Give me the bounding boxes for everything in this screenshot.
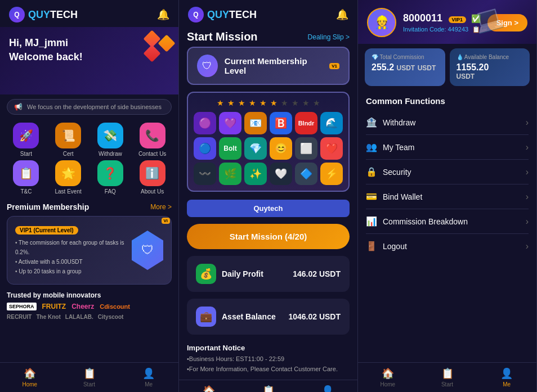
profile-top: 👷 8000011 VIP1 ✅ Invitation Code: 449243… (358, 0, 536, 44)
nav-start-2[interactable]: 📋 Start (239, 380, 298, 392)
team-arrow: › (526, 142, 529, 152)
mission-tab-bar: Quytech (187, 200, 350, 217)
common-functions-section: Common Functions 🏦 Withdraw › 👥 My Team … (358, 91, 536, 264)
notification-bell[interactable]: 🔔 (157, 8, 169, 21)
notification-bell-2[interactable]: 🔔 (336, 8, 348, 21)
tnc-label: T&C (20, 188, 32, 195)
tasks-info: • Up to 20 tasks in a group (15, 267, 132, 276)
withdraw-arrow: › (526, 118, 529, 128)
contact-icon: 📞 (140, 123, 165, 148)
commission-unit: USDT (397, 64, 415, 72)
brand-fruitz: FRUITZ (42, 303, 66, 310)
brand-lalalab: LALALAB. (65, 314, 93, 320)
tab-quytech[interactable]: Quytech (187, 200, 350, 217)
commission-icon: 💎 (372, 54, 380, 60)
action-about[interactable]: ℹ️ About Us (133, 160, 172, 195)
menu-logout[interactable]: 🚪 Logout › (366, 234, 529, 258)
start-mission-title: Start Mission (187, 30, 258, 43)
user-id-text: 8000011 (403, 12, 442, 24)
start-label: Start (20, 151, 32, 157)
team-label: My Team (383, 143, 415, 152)
level-icon: 🛡 (197, 55, 218, 77)
asset-balance-card: 💼 Asset Balance 1046.02 USDT (187, 299, 350, 335)
menu-commission[interactable]: 📊 Commission Breakdown › (366, 209, 529, 234)
app-icon-8: Bolt (219, 137, 241, 160)
user-avatar: 👷 (367, 8, 396, 37)
vi-badge: Vi (162, 218, 170, 224)
membership-card: VIP1 (Current Level) • The commission fo… (7, 216, 172, 285)
wallet-label: Bind Wallet (383, 192, 422, 201)
dealing-slip-link[interactable]: Dealing Slip > (308, 33, 350, 41)
app-icon-17: 🔷 (295, 163, 317, 185)
nav-home-3[interactable]: 🏠 Home (358, 363, 418, 392)
home-icon-2: 🏠 (203, 385, 215, 392)
trusted-title: Trusted by mobile innovators (7, 291, 172, 299)
app-grid-container: ★ ★ ★ ★ ★ ★ ★ ★ ★ ★ 🟣 💜 📧 🅱️ Blndr 🌊 🔵 B… (187, 92, 350, 192)
star8: ★ (292, 98, 299, 107)
star2: ★ (227, 98, 235, 107)
membership-level-card[interactable]: 🛡 Current Membership Level V1 (187, 47, 350, 85)
balance-row: 💎 Total Commission 255.2 USDT USDT 💧 Ava… (365, 48, 530, 86)
nav-start-label: Start (83, 381, 95, 388)
nav-home-1[interactable]: 🏠 Home (0, 363, 60, 392)
action-contact[interactable]: 📞 Contact Us (133, 123, 172, 157)
common-functions-title: Common Functions (366, 96, 529, 106)
nav-me-2[interactable]: 👤 Me (298, 380, 357, 392)
header-panel1: Q QUYTECH 🔔 (0, 0, 178, 27)
app-icon-9: 💎 (244, 137, 267, 160)
commission-info: • The commission for each group of tasks… (15, 238, 132, 257)
withdraw-menu-icon: 🏦 (366, 117, 377, 128)
notice-box: Important Notice •Business Hours: EST11:… (179, 338, 357, 380)
withdraw-left: 🏦 Withdraw (366, 117, 415, 128)
daily-profit-left: 💰 Daily Profit (196, 264, 263, 284)
nav-home-2[interactable]: 🏠 Home (179, 380, 239, 392)
wallet-arrow: › (526, 192, 529, 202)
event-label: Last Event (55, 188, 81, 195)
action-faq[interactable]: ❓ FAQ (91, 160, 130, 195)
action-start[interactable]: 🚀 Start (7, 123, 46, 157)
app-icon-13: 〰️ (194, 163, 216, 185)
app-icon-4: 🅱️ (270, 112, 292, 134)
star4: ★ (249, 98, 256, 107)
logo-panel1: Q QUYTECH (9, 7, 78, 22)
nav-start-1[interactable]: 📋 Start (60, 363, 119, 392)
speaker-icon: 📢 (14, 103, 23, 111)
brand-cdiscount: Cdiscount (100, 303, 130, 310)
action-cert[interactable]: 📜 Cert (49, 123, 88, 157)
membership-details: • The commission for each group of tasks… (15, 238, 132, 276)
bottom-nav-panel3: 🏠 Home 📋 Start 👤 Me (358, 362, 536, 392)
premium-section-header: Premium Membership More > (0, 198, 178, 214)
asset-balance-label: Asset Balance (222, 312, 276, 321)
menu-team[interactable]: 👥 My Team › (366, 135, 529, 160)
trusted-section: Trusted by mobile innovators SEPHORA FRU… (0, 287, 178, 325)
home-icon-3: 🏠 (382, 367, 394, 380)
nav-me-1[interactable]: 👤 Me (119, 363, 178, 392)
start-icon-3: 📋 (441, 367, 454, 380)
menu-bind-wallet[interactable]: 💳 Bind Wallet › (366, 184, 529, 209)
team-left: 👥 My Team (366, 142, 415, 152)
action-tnc[interactable]: 📋 T&C (7, 160, 46, 195)
membership-info-block: VIP1 (Current Level) • The commission fo… (15, 224, 132, 276)
faq-icon: ❓ (97, 160, 123, 186)
nav-home-label: Home (22, 381, 37, 388)
start-icon-2: 📋 (262, 385, 275, 392)
security-icon: 🔒 (366, 166, 377, 177)
nav-start-3[interactable]: 📋 Start (418, 363, 477, 392)
start-mission-button[interactable]: Start Mission (4/20) (187, 224, 350, 249)
marquee-bar: 📢 We focus on the development of side bu… (7, 99, 172, 115)
daily-profit-icon: 💰 (196, 264, 216, 284)
more-link[interactable]: More > (150, 203, 172, 211)
asset-balance-value: 1046.02 USDT (288, 312, 341, 321)
shield-decoration: 🛡 (132, 231, 163, 270)
action-event[interactable]: 🌟 Last Event (49, 160, 88, 195)
profile-vip-badge: VIP1 (449, 16, 467, 23)
menu-security[interactable]: 🔒 Security › (366, 160, 529, 184)
brand-row-1: SEPHORA FRUITZ Cheerz Cdiscount (7, 303, 172, 310)
app-icon-7: 🔵 (194, 137, 216, 160)
menu-withdraw[interactable]: 🏦 Withdraw › (366, 110, 529, 135)
start-nav-icon: 📋 (83, 367, 96, 380)
action-withdraw[interactable]: 💸 Withdraw (91, 123, 130, 157)
about-icon: ℹ️ (140, 160, 165, 186)
nav-me-3[interactable]: 👤 Me (477, 363, 536, 392)
app-icon-2: 💜 (219, 112, 241, 134)
